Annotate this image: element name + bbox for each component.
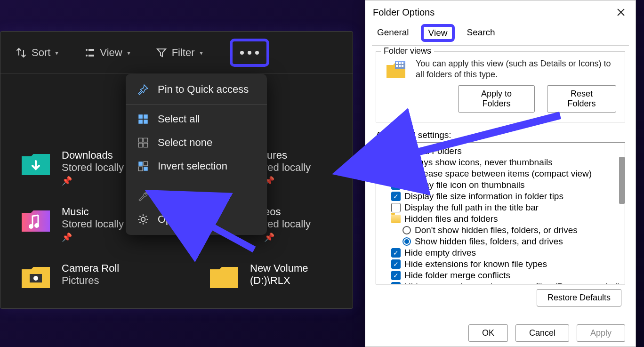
opt-hide-extensions[interactable]: ✓Hide extensions for known file types (380, 258, 621, 270)
opt-decrease-space[interactable]: Decrease space between items (compact vi… (380, 168, 621, 179)
tab-underline (372, 45, 629, 46)
opt-display-file-size[interactable]: ✓Display file size information in folder… (380, 191, 621, 202)
tree-group-hidden: Hidden files and folders (380, 213, 621, 225)
opt-hide-merge-conflicts[interactable]: ✓Hide folder merge conflicts (380, 270, 621, 281)
pin-icon: 📌 (62, 232, 124, 242)
svg-point-20 (33, 276, 38, 281)
checkbox[interactable]: ✓ (391, 180, 401, 190)
svg-point-17 (29, 224, 33, 229)
sort-button[interactable]: Sort ▾ (10, 43, 64, 63)
folder-sub: Stored locally (62, 161, 124, 174)
svg-rect-7 (144, 120, 148, 124)
svg-rect-15 (144, 167, 148, 171)
ok-button[interactable]: OK (468, 324, 508, 342)
checkbox[interactable]: ✓ (391, 259, 401, 269)
more-button[interactable] (230, 39, 269, 67)
svg-rect-6 (138, 120, 143, 124)
folder-views-text: You can apply this view (such as Details… (416, 58, 616, 81)
wrench-icon (137, 190, 149, 202)
pin-icon: 📌 (62, 176, 124, 186)
menu-item-label: Properties (158, 190, 205, 202)
folder-views-icon (385, 58, 407, 81)
opt-dont-show-hidden[interactable]: Don't show hidden files, folders, or dri… (380, 225, 621, 236)
checkbox[interactable] (391, 203, 401, 212)
svg-rect-10 (138, 143, 143, 147)
folder-camera-roll[interactable]: Camera Roll Pictures (19, 262, 119, 291)
checkbox[interactable]: ✓ (391, 271, 401, 280)
svg-point-1 (86, 55, 88, 56)
menu-item-label: Options (158, 213, 193, 226)
tab-bar: General View Search (365, 24, 636, 46)
dot-icon (255, 51, 259, 55)
opt-hide-empty-drives[interactable]: ✓Hide empty drives (380, 247, 621, 258)
opt-hide-protected-os[interactable]: ✓Hide protected operating system files (… (380, 281, 621, 284)
svg-rect-5 (144, 114, 148, 119)
tab-general[interactable]: General (372, 24, 414, 42)
pin-icon: 📌 (264, 176, 311, 186)
annotation-arrow (377, 111, 565, 169)
checkbox[interactable] (391, 169, 401, 178)
invert-selection-icon (137, 160, 149, 172)
folder-videos[interactable]: eos red locally 📌 (264, 206, 311, 242)
folder-pictures[interactable]: tures red locally 📌 (264, 149, 311, 186)
gear-icon (137, 213, 149, 226)
menu-select-none[interactable]: Select none (126, 131, 267, 154)
filter-icon (156, 47, 167, 58)
annotation-arrow (193, 212, 259, 256)
menu-properties[interactable]: Properties (126, 184, 267, 208)
svg-rect-2 (89, 49, 94, 51)
folder-new-volume[interactable]: New Volume (D:)\RLX (208, 262, 343, 291)
apply-to-folders-button[interactable]: Apply to Folders (458, 85, 535, 113)
context-menu: Pin to Quick access Select all Select no… (126, 74, 267, 235)
folder-name: Music (62, 206, 124, 218)
chevron-down-icon: ▾ (55, 49, 58, 56)
dialog-titlebar: Folder Options (365, 0, 636, 24)
sort-icon (16, 47, 27, 58)
cancel-button[interactable]: Cancel (515, 324, 569, 342)
svg-rect-14 (138, 167, 143, 171)
view-button[interactable]: View ▾ (78, 43, 136, 63)
tab-search[interactable]: Search (461, 24, 500, 42)
folder-sub: Pictures (62, 274, 119, 287)
folder-sub: red locally (264, 161, 311, 174)
close-icon (617, 8, 625, 16)
checkbox[interactable]: ✓ (391, 192, 401, 201)
restore-defaults-button[interactable]: Restore Defaults (537, 289, 621, 307)
folder-sub: Stored locally (62, 218, 124, 230)
close-button[interactable] (614, 5, 628, 19)
menu-pin-to-quick-access[interactable]: Pin to Quick access (126, 78, 267, 101)
menu-item-label: Pin to Quick access (158, 83, 249, 96)
folder-name: Downloads (62, 149, 124, 161)
folder-icon (208, 262, 241, 291)
menu-invert-selection[interactable]: Invert selection (126, 154, 267, 178)
radio[interactable] (402, 226, 411, 234)
folder-icon (391, 215, 401, 223)
radio[interactable] (402, 237, 411, 246)
menu-item-label: Invert selection (158, 160, 227, 172)
pin-icon: 📌 (264, 232, 311, 242)
checkbox[interactable]: ✓ (391, 248, 401, 258)
svg-rect-8 (138, 138, 143, 142)
svg-rect-3 (89, 55, 94, 56)
sort-label: Sort (32, 47, 50, 59)
explorer-window: Sort ▾ View ▾ Filter ▾ Pin to Quick acce… (0, 31, 353, 309)
opt-display-file-icon[interactable]: ✓Display file icon on thumbnails (380, 179, 621, 191)
tab-view[interactable]: View (421, 24, 455, 42)
opt-show-hidden[interactable]: Show hidden files, folders, and drives (380, 236, 621, 247)
folder-downloads[interactable]: Downloads Stored locally 📌 (19, 149, 124, 186)
menu-select-all[interactable]: Select all (126, 107, 267, 131)
checkbox[interactable]: ✓ (391, 282, 401, 284)
scrollbar[interactable] (619, 157, 625, 204)
folder-music[interactable]: Music Stored locally 📌 (19, 206, 124, 242)
chevron-down-icon: ▾ (127, 49, 130, 56)
reset-folders-button[interactable]: Reset Folders (547, 85, 616, 113)
folder-icon (19, 206, 52, 234)
folder-name: Camera Roll (62, 262, 119, 274)
folder-name: eos (264, 206, 311, 218)
apply-button[interactable]: Apply (577, 324, 625, 342)
filter-button[interactable]: Filter ▾ (150, 43, 209, 63)
svg-rect-29 (399, 65, 401, 67)
opt-display-full-path[interactable]: Display the full path in the title bar (380, 202, 621, 213)
dialog-title: Folder Options (373, 7, 435, 18)
svg-rect-30 (402, 65, 403, 67)
